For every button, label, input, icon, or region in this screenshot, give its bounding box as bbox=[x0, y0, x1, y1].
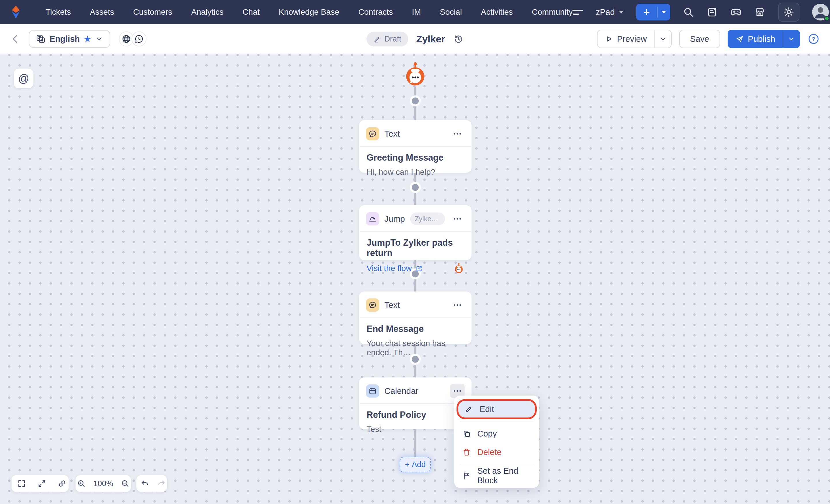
undo-icon[interactable] bbox=[136, 475, 153, 492]
nav-item-community[interactable]: Community bbox=[532, 7, 573, 17]
nav-item-tickets[interactable]: Tickets bbox=[45, 7, 71, 17]
nav-item-assets[interactable]: Assets bbox=[90, 7, 114, 17]
language-selector[interactable]: A English bbox=[29, 30, 110, 48]
gear-icon bbox=[783, 7, 794, 18]
gamescope-icon[interactable] bbox=[730, 6, 742, 18]
ellipsis-icon bbox=[452, 300, 462, 310]
nav-item-social[interactable]: Social bbox=[440, 7, 462, 17]
block-title: JumpTo Zylker pads return bbox=[366, 238, 464, 258]
redo-icon[interactable] bbox=[153, 475, 170, 492]
version-history-icon[interactable] bbox=[453, 34, 464, 44]
plus-icon: + bbox=[405, 460, 410, 469]
whatsapp-channel-icon[interactable] bbox=[131, 31, 147, 46]
zoom-level: 100% bbox=[89, 479, 117, 488]
nav-item-contracts[interactable]: Contracts bbox=[358, 7, 393, 17]
trash-icon bbox=[462, 448, 471, 457]
status-badge: Draft bbox=[366, 32, 408, 46]
menu-item-delete[interactable]: Delete bbox=[454, 443, 539, 461]
workspace-selector[interactable]: zPad bbox=[596, 7, 624, 17]
connector-node[interactable] bbox=[410, 95, 421, 106]
add-block-button[interactable]: + Add bbox=[400, 457, 431, 472]
nav-item-knowledge-base[interactable]: Knowledge Base bbox=[279, 7, 339, 17]
menu-item-set-end-block[interactable]: Set as End Block bbox=[454, 467, 539, 485]
fit-to-screen-icon[interactable] bbox=[32, 475, 52, 492]
back-button[interactable] bbox=[10, 34, 20, 44]
zoom-in-icon[interactable] bbox=[73, 475, 89, 492]
menu-item-copy[interactable]: Copy bbox=[454, 425, 539, 443]
preview-button[interactable]: Preview bbox=[597, 30, 672, 48]
help-icon[interactable]: ? bbox=[807, 33, 820, 45]
quick-add-button[interactable]: + bbox=[636, 4, 670, 21]
flow-header: A English Draft Zylker Preview bbox=[0, 24, 830, 54]
block-type-label: Calendar bbox=[384, 387, 418, 396]
block-menu-button[interactable] bbox=[450, 298, 465, 312]
block-text: Hi, how can I help? bbox=[366, 168, 464, 177]
release-notes-icon[interactable] bbox=[707, 7, 717, 18]
block-menu-button[interactable] bbox=[450, 212, 465, 226]
flag-icon bbox=[462, 471, 471, 480]
history-toolbar bbox=[136, 475, 167, 492]
block-title: Refund Policy bbox=[366, 410, 464, 420]
nav-item-analytics[interactable]: Analytics bbox=[191, 7, 224, 17]
avatar[interactable] bbox=[812, 4, 829, 21]
nav-more-icon[interactable] bbox=[573, 10, 583, 15]
flow-block-end-message[interactable]: Text End Message Your chat session has e… bbox=[359, 292, 472, 344]
nav-items: Tickets Assets Customers Analytics Chat … bbox=[45, 7, 573, 17]
publish-options-caret[interactable] bbox=[783, 30, 799, 47]
top-navigation: Tickets Assets Customers Analytics Chat … bbox=[0, 0, 830, 24]
visit-flow-label: Visit the flow bbox=[366, 264, 412, 273]
nav-item-activities[interactable]: Activities bbox=[481, 7, 513, 17]
zoom-toolbar: 100% bbox=[75, 475, 131, 492]
search-icon[interactable] bbox=[683, 7, 694, 18]
nav-item-im[interactable]: IM bbox=[412, 7, 421, 17]
copy-icon bbox=[462, 429, 471, 438]
bot-mini-icon bbox=[454, 263, 464, 274]
preview-options-caret[interactable] bbox=[655, 30, 671, 47]
zoom-out-icon[interactable] bbox=[117, 475, 133, 492]
menu-item-label: Set as End Block bbox=[477, 466, 531, 485]
nav-item-chat[interactable]: Chat bbox=[243, 7, 260, 17]
channel-icons bbox=[119, 31, 147, 46]
flow-block-greeting[interactable]: Text Greeting Message Hi, how can I help… bbox=[359, 120, 472, 173]
jump-target-badge: Zylker pads ret… bbox=[410, 212, 445, 225]
block-context-menu: Edit Copy Delete Set as End Block bbox=[454, 396, 539, 488]
translate-icon: A bbox=[36, 34, 45, 44]
connector-link-icon[interactable] bbox=[52, 475, 72, 492]
add-label: Add bbox=[412, 460, 426, 469]
default-language-star-icon bbox=[84, 34, 91, 44]
app-logo-icon[interactable] bbox=[8, 4, 24, 20]
play-icon bbox=[605, 35, 613, 43]
fullscreen-icon[interactable] bbox=[11, 475, 32, 492]
publish-plane-icon bbox=[736, 35, 744, 43]
marketplace-icon[interactable] bbox=[755, 7, 765, 18]
flow-block-jump[interactable]: Jump Zylker pads ret… JumpTo Zylker pads… bbox=[359, 205, 472, 260]
external-link-icon bbox=[415, 265, 423, 272]
chevron-down-icon bbox=[619, 11, 624, 13]
workspace-label: zPad bbox=[596, 7, 615, 17]
save-label: Save bbox=[690, 34, 709, 44]
text-block-icon bbox=[366, 127, 379, 140]
plus-icon[interactable]: + bbox=[636, 4, 657, 21]
block-menu-button[interactable] bbox=[450, 127, 465, 141]
menu-item-label: Delete bbox=[477, 447, 502, 457]
publish-button[interactable]: Publish bbox=[728, 30, 800, 48]
block-text: Your chat session has ended. Th… bbox=[366, 339, 464, 357]
svg-text:A: A bbox=[41, 38, 43, 42]
status-label: Draft bbox=[384, 35, 402, 43]
preview-label: Preview bbox=[617, 34, 647, 44]
nav-item-customers[interactable]: Customers bbox=[133, 7, 172, 17]
mentions-button[interactable]: @ bbox=[14, 69, 33, 88]
page-title: Zylker bbox=[416, 33, 445, 45]
save-button[interactable]: Save bbox=[679, 30, 720, 48]
pencil-icon bbox=[465, 405, 473, 413]
bot-start-icon[interactable] bbox=[403, 62, 427, 87]
settings-button[interactable] bbox=[778, 3, 799, 22]
menu-item-edit[interactable]: Edit bbox=[456, 399, 537, 419]
menu-item-label: Edit bbox=[480, 405, 494, 414]
quick-add-caret[interactable] bbox=[658, 4, 670, 21]
block-type-label: Text bbox=[384, 300, 400, 310]
visit-flow-link[interactable]: Visit the flow bbox=[366, 264, 423, 273]
online-status-dot bbox=[824, 16, 829, 21]
block-title: End Message bbox=[366, 324, 464, 334]
ellipsis-icon bbox=[452, 129, 462, 139]
